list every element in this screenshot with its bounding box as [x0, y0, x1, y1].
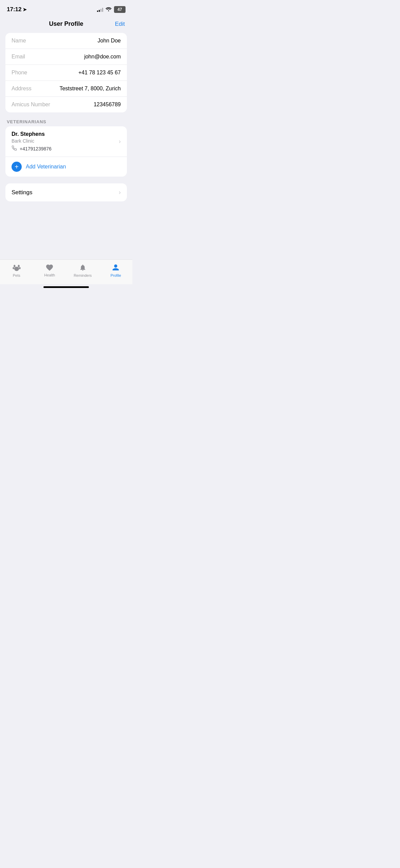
battery-icon: 47: [114, 6, 126, 13]
name-label: Name: [12, 38, 26, 44]
status-bar: 17:12 ➤ 47: [0, 0, 132, 17]
nav-label-profile: Profile: [111, 273, 121, 277]
vet-clinic: Bark Clinic: [12, 138, 52, 144]
vet-chevron-icon: ›: [119, 138, 121, 145]
address-label: Address: [12, 86, 32, 92]
settings-label: Settings: [12, 189, 32, 196]
nav-item-health[interactable]: Health: [38, 264, 61, 277]
amicus-value: 123456789: [94, 102, 121, 108]
add-veterinarian-button[interactable]: + Add Veterinarian: [5, 157, 127, 177]
wifi-icon: [106, 7, 112, 12]
home-indicator: [43, 286, 89, 288]
veterinarians-card: Dr. Stephens Bark Clinic +41791239876 ›: [5, 126, 127, 177]
email-value: john@doe.com: [84, 54, 121, 60]
add-circle-icon: +: [12, 162, 22, 172]
profile-phone-row: Phone +41 78 123 45 67: [5, 65, 127, 81]
profile-amicus-row: Amicus Number 123456789: [5, 97, 127, 112]
settings-card[interactable]: Settings ›: [5, 183, 127, 201]
person-icon: [112, 263, 119, 272]
profile-card: Name John Doe Email john@doe.com Phone +…: [5, 33, 127, 112]
svg-point-1: [18, 265, 19, 267]
svg-point-0: [14, 265, 15, 267]
heart-icon: [45, 264, 54, 272]
nav-label-pets: Pets: [13, 273, 20, 277]
nav-item-reminders[interactable]: Reminders: [71, 263, 95, 277]
vet-phone: +41791239876: [20, 146, 52, 151]
phone-value: +41 78 123 45 67: [78, 70, 121, 76]
bottom-nav: Pets Health Reminders Profile: [0, 259, 132, 284]
amicus-label: Amicus Number: [12, 102, 50, 108]
profile-name-row: Name John Doe: [5, 33, 127, 49]
content: Name John Doe Email john@doe.com Phone +…: [0, 33, 132, 259]
status-time: 17:12 ➤: [7, 6, 27, 13]
signal-icon: [97, 7, 103, 12]
vet-phone-row: +41791239876: [12, 145, 52, 152]
veterinarians-section: VETERINARIANS Dr. Stephens Bark Clinic +…: [5, 119, 127, 177]
email-label: Email: [12, 54, 25, 60]
svg-point-3: [19, 267, 21, 269]
svg-point-2: [13, 267, 14, 269]
page-title: User Profile: [21, 20, 111, 28]
settings-row[interactable]: Settings ›: [5, 183, 127, 201]
location-icon: ➤: [23, 7, 27, 12]
vet-name: Dr. Stephens: [12, 131, 52, 137]
nav-label-reminders: Reminders: [74, 273, 92, 277]
nav-item-profile[interactable]: Profile: [104, 263, 128, 277]
vet-info: Dr. Stephens Bark Clinic +41791239876: [12, 131, 52, 152]
paw-icon: [12, 263, 21, 272]
veterinarians-section-title: VETERINARIANS: [5, 119, 127, 126]
status-icons: 47: [97, 6, 126, 13]
vet-entry[interactable]: Dr. Stephens Bark Clinic +41791239876 ›: [5, 126, 127, 157]
header: User Profile Edit: [0, 17, 132, 33]
add-vet-label: Add Veterinarian: [26, 164, 66, 170]
profile-email-row: Email john@doe.com: [5, 49, 127, 65]
profile-address-row: Address Teststreet 7, 8000, Zurich: [5, 81, 127, 97]
phone-label: Phone: [12, 70, 27, 76]
name-value: John Doe: [98, 38, 121, 44]
nav-label-health: Health: [44, 273, 55, 277]
settings-chevron-icon: ›: [119, 189, 121, 196]
address-value: Teststreet 7, 8000, Zurich: [59, 86, 121, 92]
phone-icon: [12, 145, 17, 152]
edit-button[interactable]: Edit: [111, 21, 125, 28]
nav-item-pets[interactable]: Pets: [5, 263, 28, 277]
bell-icon: [79, 263, 87, 272]
